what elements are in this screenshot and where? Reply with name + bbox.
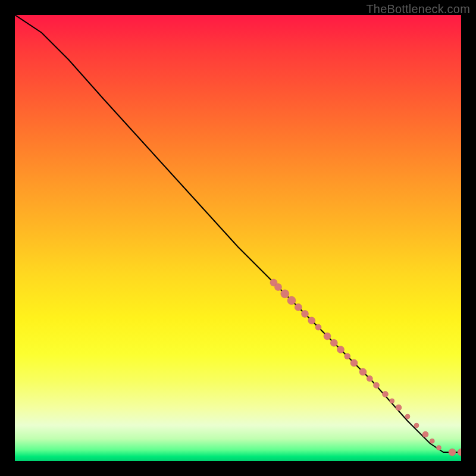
plot-background-gradient — [15, 15, 461, 461]
watermark-text: TheBottleneck.com — [366, 2, 470, 16]
chart-container: TheBottleneck.com — [0, 0, 476, 476]
